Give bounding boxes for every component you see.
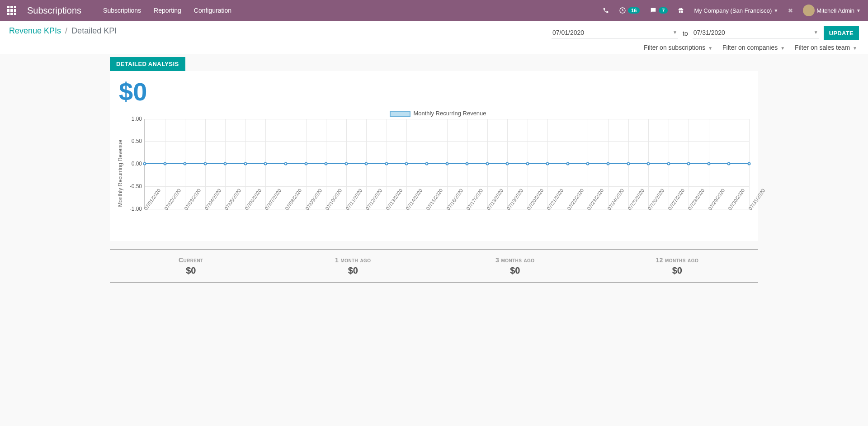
x-tick: 07/18/2020 <box>486 187 504 211</box>
history-col-3mo: 3 months ago $0 <box>434 250 596 282</box>
data-point[interactable] <box>304 162 307 166</box>
data-point[interactable] <box>143 162 146 166</box>
data-point[interactable] <box>506 162 509 166</box>
filter-subscriptions[interactable]: Filter on subscriptions ▼ <box>644 44 712 51</box>
chart-y-axis-label: Monthly Recurring Revenue <box>116 110 124 237</box>
tab-detailed-analysis[interactable]: DETAILED ANALYSIS <box>110 57 185 71</box>
nav-subscriptions[interactable]: Subscriptions <box>103 7 141 14</box>
data-point[interactable] <box>203 162 207 166</box>
history-table: Current $0 1 month ago $0 3 months ago $… <box>110 249 758 283</box>
breadcrumb-root[interactable]: Revenue KPIs <box>9 26 61 35</box>
x-tick: 07/29/2020 <box>707 187 726 211</box>
data-point[interactable] <box>325 162 328 166</box>
data-point[interactable] <box>667 162 670 166</box>
activity-icon[interactable]: 16 <box>619 7 640 14</box>
x-tick: 07/02/2020 <box>163 187 182 211</box>
data-point[interactable] <box>627 162 630 166</box>
chart-plot[interactable]: -1.00-0.500.000.501.0007/01/202007/02/20… <box>144 119 749 209</box>
data-point[interactable] <box>224 162 227 166</box>
y-tick: 0.00 <box>127 161 142 167</box>
data-point[interactable] <box>586 162 590 166</box>
history-label: 3 months ago <box>434 256 596 264</box>
data-point[interactable] <box>244 162 247 166</box>
x-tick: 07/23/2020 <box>586 187 604 211</box>
legend-swatch <box>390 111 410 117</box>
legend-label: Monthly Recurring Revenue <box>413 110 486 117</box>
x-tick: 07/28/2020 <box>687 187 705 211</box>
x-tick: 07/01/2020 <box>143 187 161 211</box>
date-start-input[interactable]: 07/01/2020 ▼ <box>552 28 678 38</box>
data-point[interactable] <box>727 162 731 166</box>
date-end-value: 07/31/2020 <box>693 29 725 36</box>
filter-label: Filter on subscriptions <box>644 44 705 51</box>
messages-icon[interactable]: 7 <box>650 7 668 14</box>
breadcrumb: Revenue KPIs / Detailed KPI <box>9 26 117 36</box>
nav-configuration[interactable]: Configuration <box>194 7 231 14</box>
data-point[interactable] <box>365 162 368 166</box>
x-tick: 07/12/2020 <box>364 187 383 211</box>
x-tick: 07/21/2020 <box>546 187 564 211</box>
data-point[interactable] <box>385 162 388 166</box>
chevron-down-icon: ▼ <box>673 30 677 35</box>
filter-companies[interactable]: Filter on companies ▼ <box>722 44 785 51</box>
date-start-value: 07/01/2020 <box>552 29 584 36</box>
data-point[interactable] <box>163 162 166 166</box>
gift-icon[interactable] <box>678 7 684 14</box>
history-col-12mo: 12 months ago $0 <box>596 250 759 282</box>
data-point[interactable] <box>647 162 650 166</box>
x-tick: 07/24/2020 <box>606 187 625 211</box>
data-point[interactable] <box>344 162 348 166</box>
data-point[interactable] <box>546 162 549 166</box>
data-point[interactable] <box>405 162 408 166</box>
chart-legend[interactable]: Monthly Recurring Revenue <box>124 110 752 117</box>
y-tick: -0.50 <box>127 183 142 189</box>
data-point[interactable] <box>566 162 569 166</box>
x-tick: 07/22/2020 <box>566 187 585 211</box>
x-tick: 07/05/2020 <box>223 187 242 211</box>
data-point[interactable] <box>687 162 690 166</box>
date-to-label: to <box>683 30 688 37</box>
x-tick: 07/25/2020 <box>627 187 645 211</box>
data-point[interactable] <box>184 162 187 166</box>
data-point[interactable] <box>748 162 751 166</box>
chevron-down-icon: ▼ <box>708 46 712 51</box>
apps-icon[interactable] <box>7 6 16 15</box>
data-point[interactable] <box>445 162 448 166</box>
filter-label: Filter on sales team <box>795 44 850 51</box>
filter-sales-team[interactable]: Filter on sales team ▼ <box>795 44 857 51</box>
update-button[interactable]: UPDATE <box>824 26 859 40</box>
data-point[interactable] <box>707 162 710 166</box>
x-tick: 07/20/2020 <box>526 187 544 211</box>
data-point[interactable] <box>526 162 529 166</box>
x-tick: 07/16/2020 <box>445 187 464 211</box>
phone-icon[interactable] <box>603 7 609 14</box>
data-point[interactable] <box>264 162 267 166</box>
kpi-card: $0 Monthly Recurring Revenue Monthly Rec… <box>110 71 758 241</box>
debug-icon[interactable]: ✖ <box>788 7 793 14</box>
data-point[interactable] <box>466 162 469 166</box>
history-label: 1 month ago <box>272 256 434 264</box>
history-value: $0 <box>272 265 434 276</box>
user-menu[interactable]: Mitchell Admin ▼ <box>803 5 861 16</box>
data-point[interactable] <box>284 162 287 166</box>
x-tick: 07/04/2020 <box>203 187 222 211</box>
x-tick: 07/15/2020 <box>425 187 443 211</box>
history-label: Current <box>110 256 272 264</box>
nav-reporting[interactable]: Reporting <box>154 7 181 14</box>
activity-badge: 16 <box>628 7 640 14</box>
company-switcher[interactable]: My Company (San Francisco) ▼ <box>694 7 778 14</box>
chevron-down-icon: ▼ <box>774 8 778 13</box>
chevron-down-icon: ▼ <box>780 46 785 51</box>
app-brand[interactable]: Subscriptions <box>27 5 81 16</box>
data-point[interactable] <box>425 162 428 166</box>
x-tick: 07/14/2020 <box>405 187 423 211</box>
y-tick: 0.50 <box>127 138 142 144</box>
breadcrumb-leaf: Detailed KPI <box>71 26 117 35</box>
data-point[interactable] <box>486 162 489 166</box>
x-tick: 07/07/2020 <box>264 187 282 211</box>
avatar <box>803 5 815 16</box>
date-end-input[interactable]: 07/31/2020 ▼ <box>693 28 819 38</box>
x-tick: 07/13/2020 <box>385 187 403 211</box>
data-point[interactable] <box>607 162 610 166</box>
x-tick: 07/03/2020 <box>183 187 202 211</box>
